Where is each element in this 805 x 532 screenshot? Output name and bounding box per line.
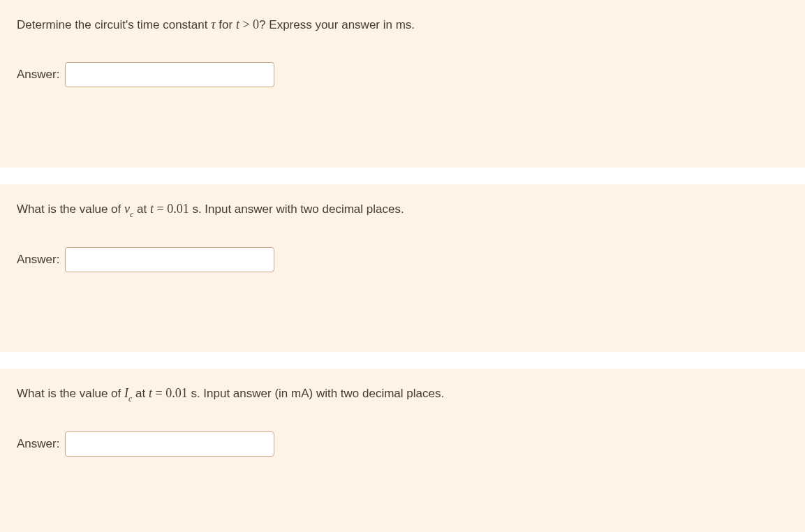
symbol-sub-c: c xyxy=(130,209,133,219)
question-block: Determine the circuit's time constant τ … xyxy=(0,0,805,168)
prompt-text: at xyxy=(133,202,150,216)
question-prompt: Determine the circuit's time constant τ … xyxy=(17,15,788,34)
question-prompt: What is the value of vc at t = 0.01 s. I… xyxy=(17,200,788,219)
prompt-text: What is the value of xyxy=(17,387,124,400)
answer-label: Answer: xyxy=(17,437,59,451)
answer-row: Answer: xyxy=(17,62,788,87)
symbol-v: v xyxy=(124,202,130,216)
answer-input[interactable] xyxy=(65,62,274,87)
answer-row: Answer: xyxy=(17,431,788,457)
symbol-sub-c: c xyxy=(128,394,132,404)
symbol-zero: 0 xyxy=(253,17,259,31)
prompt-text: Determine the circuit's time constant xyxy=(17,18,211,31)
symbol-val: 0.01 xyxy=(167,202,189,216)
answer-label: Answer: xyxy=(17,68,59,82)
prompt-text: ? Express your answer in ms. xyxy=(259,18,415,31)
symbol-eq: = xyxy=(154,202,167,216)
answer-input[interactable] xyxy=(65,431,274,457)
symbol-eq: = xyxy=(152,386,165,400)
prompt-text: for xyxy=(216,18,236,31)
question-prompt: What is the value of Ic at t = 0.01 s. I… xyxy=(17,384,788,404)
answer-label: Answer: xyxy=(17,253,59,267)
prompt-text: s. Input answer (in mA) with two decimal… xyxy=(188,387,445,400)
answer-row: Answer: xyxy=(17,247,788,272)
prompt-text: at xyxy=(132,387,149,400)
prompt-text: s. Input answer with two decimal places. xyxy=(189,202,404,216)
answer-input[interactable] xyxy=(65,247,274,272)
symbol-val: 0.01 xyxy=(165,386,188,400)
symbol-gt: > xyxy=(239,17,253,31)
question-block: What is the value of Ic at t = 0.01 s. I… xyxy=(0,369,805,532)
question-block: What is the value of vc at t = 0.01 s. I… xyxy=(0,184,805,352)
prompt-text: What is the value of xyxy=(17,202,124,216)
